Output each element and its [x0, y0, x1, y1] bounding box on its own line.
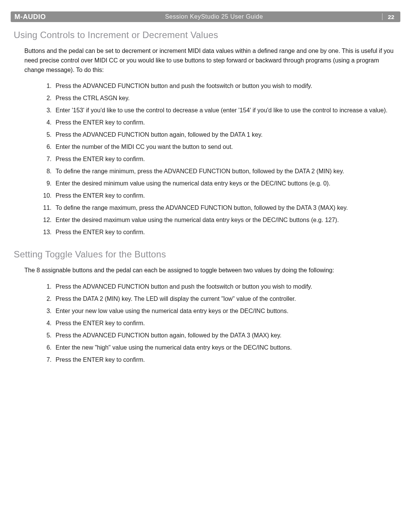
list-item: Enter the desired minimum value using th…: [53, 177, 397, 190]
list-item: Enter the desired maximum value using th…: [53, 214, 397, 226]
section1-heading: Using Controls to Increment or Decrement…: [14, 30, 397, 40]
list-item: Press the DATA 2 (MIN) key. The LED will…: [53, 293, 397, 305]
list-item: Press the CTRL ASGN key.: [53, 92, 397, 104]
page-number: 22: [388, 14, 394, 20]
brand-logo: M-AUDIO: [14, 13, 46, 21]
document-title: Session KeyStudio 25 User Guide: [46, 13, 382, 20]
list-item: Press the ENTER key to confirm.: [53, 190, 397, 202]
section2-heading: Setting Toggle Values for the Buttons: [14, 249, 397, 260]
list-item: Press the ENTER key to confirm.: [53, 226, 397, 238]
section1-steps: Press the ADVANCED FUNCTION button and p…: [40, 80, 397, 238]
page-root: M-AUDIO Session KeyStudio 25 User Guide …: [0, 0, 411, 532]
section1-intro: Buttons and the pedal can be set to decr…: [24, 46, 397, 75]
list-item: To define the range maximum, press the A…: [53, 202, 397, 214]
list-item: Press the ENTER key to confirm.: [53, 153, 397, 165]
list-item: Press the ENTER key to confirm.: [53, 117, 397, 129]
section2-steps: Press the ADVANCED FUNCTION button and p…: [40, 281, 397, 366]
list-item: Press the ADVANCED FUNCTION button and p…: [53, 281, 397, 293]
list-item: To define the range minimum, press the A…: [53, 165, 397, 177]
section2-intro: The 8 assignable buttons and the pedal c…: [24, 266, 397, 275]
list-item: Enter the new "high" value using the num…: [53, 342, 397, 354]
list-item: Press the ENTER key to confirm.: [53, 317, 397, 329]
list-item: Enter '153' if you'd like to use the con…: [53, 104, 397, 117]
list-item: Enter the number of the MIDI CC you want…: [53, 141, 397, 153]
header-bar: M-AUDIO Session KeyStudio 25 User Guide …: [11, 11, 400, 22]
content-area: Using Controls to Increment or Decrement…: [11, 22, 400, 366]
list-item: Press the ADVANCED FUNCTION button again…: [53, 329, 397, 342]
list-item: Enter your new low value using the numer…: [53, 305, 397, 317]
section2: Setting Toggle Values for the Buttons Th…: [14, 249, 397, 366]
list-item: Press the ADVANCED FUNCTION button and p…: [53, 80, 397, 92]
header-divider: [382, 13, 382, 20]
page-number-wrap: 22: [382, 13, 394, 20]
list-item: Press the ADVANCED FUNCTION button again…: [53, 129, 397, 141]
list-item: Press the ENTER key to confirm.: [53, 354, 397, 366]
